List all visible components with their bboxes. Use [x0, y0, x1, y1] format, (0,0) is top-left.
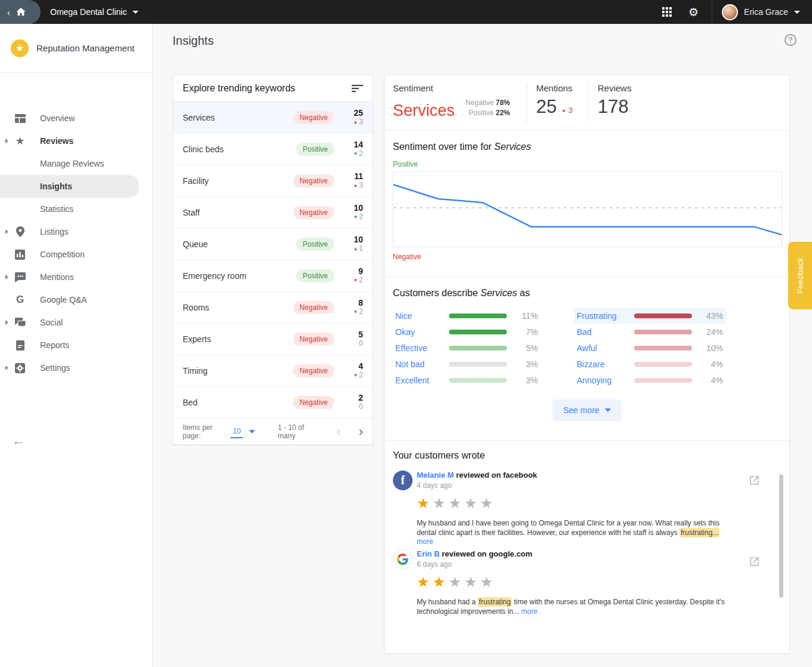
sidebar-item-label: Manage Reviews [40, 159, 104, 168]
sidebar-item-google-qa[interactable]: G Google Q&A [0, 288, 153, 311]
sidebar-item-social[interactable]: Social [0, 311, 153, 334]
previous-page-icon[interactable]: ‹ [336, 425, 340, 438]
review-item: f Melanie M reviewed on facebook 4 days … [393, 471, 763, 547]
items-per-page-select[interactable]: 10 [230, 426, 243, 438]
collapse-sidebar-arrow-icon[interactable]: ← [12, 433, 25, 448]
keyword-row[interactable]: Bed Negative 2 0 [173, 386, 373, 418]
keyword-count-block: 25 ▲3 [344, 109, 363, 127]
sidebar-item-listings[interactable]: Listings [0, 220, 153, 243]
sort-icon[interactable] [352, 85, 363, 93]
descriptor-link[interactable]: Not bad [393, 359, 444, 369]
sidebar-item-statistics[interactable]: Statistics [0, 198, 153, 220]
keyword-label: Rooms [183, 303, 293, 312]
keyword-label: Services [183, 113, 293, 122]
trend-arrow-icon: ▲ [353, 183, 358, 188]
facebook-icon: f [393, 471, 413, 490]
keyword-row[interactable]: Queue Positive 10 ▲1 [173, 228, 373, 260]
home-icon[interactable] [15, 6, 27, 18]
product-name: Reputation Management [36, 43, 134, 53]
expand-caret-icon[interactable] [5, 365, 8, 370]
trending-keywords-card: Explore trending keywords Services Negat… [173, 75, 373, 445]
review-date: 6 days ago [417, 560, 763, 568]
keyword-row[interactable]: Experts Negative 5 0 [173, 323, 373, 355]
back-chevron-icon[interactable]: ‹ [7, 8, 10, 17]
sidebar-item-label: Reports [40, 340, 69, 350]
descriptor-link[interactable]: Bizzare [574, 359, 629, 369]
settings-gear-icon[interactable]: ⚙ [688, 7, 699, 18]
keyword-count-block: 11 ▲3 [344, 172, 363, 190]
keyword-row[interactable]: Clinic beds Positive 14 ▼2 [173, 133, 373, 165]
expand-caret-icon[interactable] [5, 320, 8, 325]
keyword-row[interactable]: Services Negative 25 ▲3 [173, 102, 373, 133]
trend-arrow-icon: ▲ [353, 246, 358, 251]
sentiment-badge: Negative [293, 333, 334, 346]
expand-caret-icon[interactable] [5, 229, 8, 234]
keyword-label: Experts [183, 334, 293, 344]
reviewer-name-link[interactable]: Melanie M [417, 471, 454, 479]
descriptor-bar [634, 362, 692, 367]
sidebar-item-reports[interactable]: Reports [0, 334, 153, 356]
customer-reviews-section: Your customers wrote f Melanie M reviewe… [385, 441, 789, 653]
descriptor-link[interactable]: Frustrating [574, 311, 629, 321]
keyword-label: Staff [183, 208, 293, 217]
user-menu[interactable]: Erica Grace [712, 4, 812, 20]
home-block[interactable]: ‹ [0, 0, 41, 24]
sidebar-item-manage-reviews[interactable]: Manage Reviews [0, 152, 153, 175]
expand-caret-icon[interactable] [5, 275, 8, 279]
sentiment-badge: Negative [293, 396, 334, 409]
bar-chart-icon [14, 249, 26, 260]
open-external-icon[interactable] [748, 555, 761, 568]
descriptor-link[interactable]: Excellent [393, 376, 444, 385]
sidebar-item-insights[interactable]: Insights [0, 175, 139, 198]
keyword-row[interactable]: Emergency room Positive 9 ▼2 [173, 260, 373, 291]
descriptor-link[interactable]: Annoying [574, 376, 629, 385]
document-icon [14, 340, 26, 351]
open-external-icon[interactable] [748, 474, 761, 487]
more-link[interactable]: more [417, 537, 433, 546]
descriptor-link[interactable]: Bad [574, 327, 629, 337]
keyword-highlight: frustrating... [679, 528, 719, 537]
keyword-highlight: frustrating [478, 597, 512, 607]
help-icon[interactable]: ? [785, 34, 796, 46]
review-date: 4 days ago [417, 481, 763, 490]
trend-arrow-icon: ▼ [353, 214, 358, 220]
descriptor-link[interactable]: Okay [393, 327, 444, 337]
insights-detail-card: Sentiment Services Negative 78% Positive… [384, 75, 790, 654]
sidebar-item-reviews[interactable]: ★ Reviews [0, 130, 153, 152]
keyword-row[interactable]: Staff Negative 10 ▼2 [173, 196, 373, 228]
descriptor-pct: 10% [699, 343, 727, 353]
descriptor-row: Effective 5% [393, 340, 542, 356]
descriptor-link[interactable]: Awful [574, 343, 629, 353]
keyword-count-block: 14 ▼2 [344, 140, 363, 158]
sidebar-item-settings[interactable]: Settings [0, 356, 153, 379]
keyword-row[interactable]: Timing Negative 4 ▼2 [173, 355, 373, 386]
sentiment-line [393, 185, 782, 235]
expand-caret-icon[interactable] [5, 139, 8, 143]
chevron-down-icon[interactable] [249, 430, 255, 434]
descriptor-link[interactable]: Nice [393, 311, 444, 321]
keyword-row[interactable]: Rooms Negative 8 ▼2 [173, 291, 373, 323]
more-link[interactable]: more [521, 607, 537, 616]
summary-strip: Sentiment Services Negative 78% Positive… [385, 75, 789, 131]
descriptor-pct: 4% [699, 376, 727, 385]
review-item: Erin B reviewed on google.com 6 days ago… [393, 549, 763, 616]
descriptor-bar [634, 313, 692, 318]
descriptor-row: Excellent 3% [393, 372, 542, 388]
sidebar-item-mentions[interactable]: Mentions [0, 266, 153, 288]
sidebar-item-competition[interactable]: Competition [0, 243, 153, 266]
descriptor-link[interactable]: Effective [393, 343, 444, 353]
descriptor-bar [449, 362, 507, 367]
feedback-tab[interactable]: Feedback [788, 242, 812, 309]
sentiment-badge: Negative [293, 301, 334, 314]
see-more-button[interactable]: See more [552, 399, 622, 421]
account-switcher[interactable]: Omega Dental Clinic [50, 0, 139, 24]
chat-bubble-icon [14, 272, 26, 283]
reviews-scrollbar[interactable] [779, 474, 783, 598]
sidebar-item-overview[interactable]: Overview [0, 107, 153, 130]
apps-grid-icon[interactable] [662, 7, 672, 17]
sidebar-item-label: Overview [40, 113, 75, 123]
next-page-icon[interactable]: › [359, 425, 363, 438]
reviewer-name-link[interactable]: Erin B [417, 549, 439, 558]
keyword-row[interactable]: Facility Negative 11 ▲3 [173, 165, 373, 196]
positive-descriptors: Nice 11% Okay 7% Effective 5% [393, 308, 542, 388]
